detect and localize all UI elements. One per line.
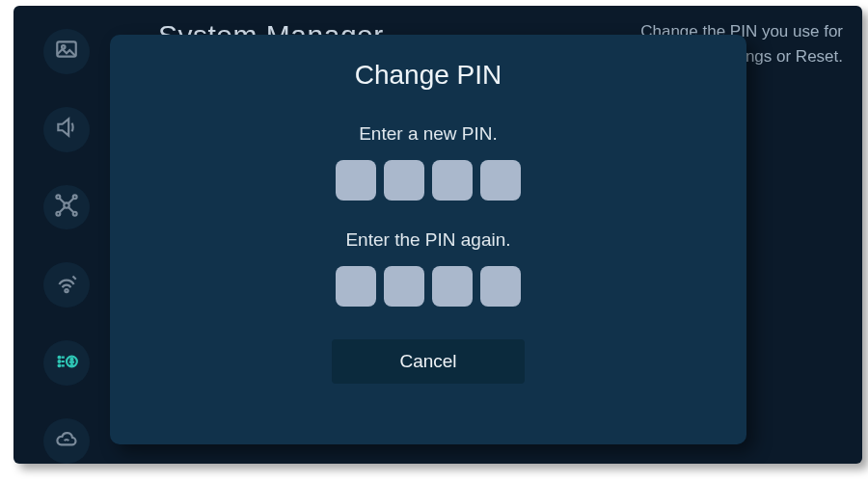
satellite-icon	[54, 271, 79, 300]
pin-digit[interactable]	[432, 160, 473, 201]
svg-point-11	[59, 361, 61, 362]
sound-icon	[54, 115, 79, 144]
pin-digit[interactable]	[384, 266, 424, 307]
svg-point-6	[73, 212, 77, 216]
sidebar-item-accessibility[interactable]	[43, 340, 90, 386]
sidebar-item-picture[interactable]	[43, 29, 90, 74]
svg-point-12	[59, 364, 61, 366]
pin-digit[interactable]	[480, 160, 521, 201]
settings-screen: System Manager Change the PIN you use fo…	[14, 6, 862, 464]
settings-sidebar	[14, 6, 120, 464]
pin-digit[interactable]	[384, 160, 424, 201]
svg-point-10	[59, 357, 61, 359]
svg-point-9	[70, 358, 72, 360]
picture-icon	[54, 37, 79, 66]
accessibility-icon	[54, 349, 79, 378]
pin-input-confirm[interactable]	[336, 266, 521, 307]
svg-point-4	[73, 195, 77, 199]
change-pin-modal: Change PIN Enter a new PIN. Enter the PI…	[110, 35, 746, 444]
network-icon	[54, 193, 79, 222]
sidebar-item-cloud[interactable]	[43, 418, 90, 464]
prompt-confirm-pin: Enter the PIN again.	[345, 229, 510, 251]
pin-input-new[interactable]	[336, 160, 521, 201]
pin-digit[interactable]	[432, 266, 473, 307]
svg-point-2	[64, 202, 68, 207]
cloud-icon	[54, 427, 79, 456]
cancel-button-label: Cancel	[399, 351, 456, 372]
pin-digit[interactable]	[336, 266, 376, 307]
svg-point-5	[56, 212, 60, 216]
sidebar-item-sound[interactable]	[43, 107, 90, 152]
svg-point-7	[65, 289, 68, 292]
pin-digit[interactable]	[336, 160, 376, 201]
svg-point-3	[56, 195, 60, 199]
sidebar-item-network[interactable]	[43, 185, 90, 230]
pin-digit[interactable]	[480, 266, 521, 307]
prompt-new-pin: Enter a new PIN.	[359, 123, 498, 145]
modal-title: Change PIN	[355, 60, 502, 91]
sidebar-item-broadcast[interactable]	[43, 262, 90, 308]
cancel-button[interactable]: Cancel	[332, 339, 525, 384]
